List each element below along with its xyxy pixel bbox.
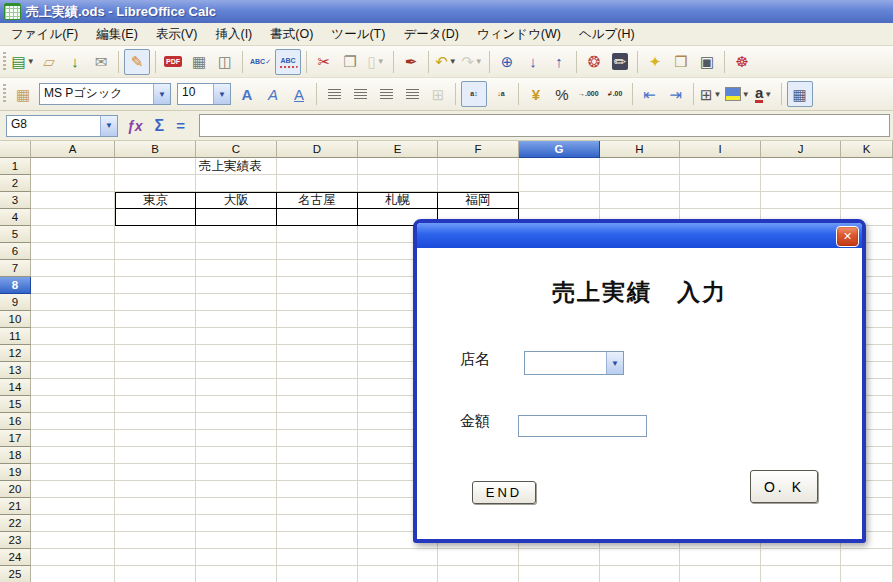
cell-G1[interactable]: [519, 158, 600, 175]
row-header-19[interactable]: 19: [0, 464, 31, 481]
cell-I1[interactable]: [680, 158, 761, 175]
cell-C23[interactable]: [196, 532, 277, 549]
cell-D18[interactable]: [277, 447, 358, 464]
cell-A9[interactable]: [31, 294, 115, 311]
cell-C18[interactable]: [196, 447, 277, 464]
dropdown-arrow-icon[interactable]: ▼: [713, 90, 721, 99]
row-header-9[interactable]: 9: [0, 294, 31, 311]
cell-H1[interactable]: [600, 158, 680, 175]
cell-C24[interactable]: [196, 549, 277, 566]
cell-C14[interactable]: [196, 379, 277, 396]
cell-A17[interactable]: [31, 430, 115, 447]
cell-A21[interactable]: [31, 498, 115, 515]
cell-D8[interactable]: [277, 277, 358, 294]
sort-descending-icon[interactable]: ↑: [547, 50, 571, 74]
column-header-B[interactable]: B: [115, 141, 196, 158]
cell-D6[interactable]: [277, 243, 358, 260]
font-color-icon[interactable]: a▼: [752, 82, 776, 106]
cell-G2[interactable]: [519, 175, 600, 192]
column-header-G[interactable]: G: [519, 141, 600, 158]
dropdown-arrow-icon[interactable]: ▼: [742, 90, 750, 99]
delete-decimal-icon[interactable]: ↲.00: [603, 82, 627, 106]
cell-A3[interactable]: [31, 192, 115, 209]
cell-A19[interactable]: [31, 464, 115, 481]
cell-D21[interactable]: [277, 498, 358, 515]
row-header-14[interactable]: 14: [0, 379, 31, 396]
print-icon[interactable]: ▦: [187, 50, 211, 74]
cell-B14[interactable]: [115, 379, 196, 396]
cell-B5[interactable]: [115, 226, 196, 243]
copy-icon[interactable]: ❐: [338, 50, 362, 74]
row-header-21[interactable]: 21: [0, 498, 31, 515]
menu-format[interactable]: 書式(O): [261, 23, 322, 46]
cell-B9[interactable]: [115, 294, 196, 311]
gallery-icon[interactable]: ❂: [582, 50, 606, 74]
function-equals-icon[interactable]: =: [176, 117, 185, 134]
sort-ascending-icon[interactable]: ↓: [521, 50, 545, 74]
cell-F2[interactable]: [438, 175, 519, 192]
cell-B12[interactable]: [115, 345, 196, 362]
cell-C7[interactable]: [196, 260, 277, 277]
cell-J25[interactable]: [761, 566, 841, 582]
cell-C13[interactable]: [196, 362, 277, 379]
italic-icon[interactable]: A: [261, 82, 285, 106]
cell-C11[interactable]: [196, 328, 277, 345]
hyperlink-icon[interactable]: ⊕: [495, 50, 519, 74]
formula-input-line[interactable]: [199, 114, 890, 137]
menu-view[interactable]: 表示(V): [147, 23, 207, 46]
cell-C3[interactable]: 大阪: [196, 192, 277, 209]
cell-D13[interactable]: [277, 362, 358, 379]
cell-A13[interactable]: [31, 362, 115, 379]
font-size-combo[interactable]: 10▼: [177, 83, 231, 105]
row-header-11[interactable]: 11: [0, 328, 31, 345]
dropdown-arrow-icon[interactable]: ▼: [377, 57, 385, 66]
cell-B25[interactable]: [115, 566, 196, 582]
cell-D15[interactable]: [277, 396, 358, 413]
column-header-K[interactable]: K: [841, 141, 893, 158]
cell-C20[interactable]: [196, 481, 277, 498]
draw-functions-icon[interactable]: ✏: [608, 50, 632, 74]
cell-E3[interactable]: 札幌: [358, 192, 438, 209]
cell-A1[interactable]: [31, 158, 115, 175]
end-button[interactable]: END: [472, 481, 536, 504]
cell-K24[interactable]: [841, 549, 893, 566]
row-header-12[interactable]: 12: [0, 345, 31, 362]
cell-B6[interactable]: [115, 243, 196, 260]
cell-F1[interactable]: [438, 158, 519, 175]
cell-A7[interactable]: [31, 260, 115, 277]
grid-lines-icon[interactable]: ▦: [787, 81, 813, 107]
cell-B23[interactable]: [115, 532, 196, 549]
cell-A11[interactable]: [31, 328, 115, 345]
row-header-20[interactable]: 20: [0, 481, 31, 498]
cell-I2[interactable]: [680, 175, 761, 192]
font-name-combo[interactable]: MS Pゴシック▼: [39, 83, 171, 105]
text-direction-ltr-icon[interactable]: a↕: [461, 81, 487, 107]
auto-spellcheck-icon[interactable]: ABC: [275, 49, 301, 75]
row-header-6[interactable]: 6: [0, 243, 31, 260]
cell-D11[interactable]: [277, 328, 358, 345]
cell-A25[interactable]: [31, 566, 115, 582]
decrease-indent-icon[interactable]: ⇤: [638, 82, 662, 106]
amount-field[interactable]: [518, 415, 647, 437]
dropdown-arrow-icon[interactable]: ▼: [764, 90, 772, 99]
column-header-H[interactable]: H: [600, 141, 680, 158]
text-direction-ttb-icon[interactable]: ↓a: [489, 82, 513, 106]
cell-G24[interactable]: [519, 549, 600, 566]
cell-B2[interactable]: [115, 175, 196, 192]
cell-D9[interactable]: [277, 294, 358, 311]
cell-G3[interactable]: [519, 192, 600, 209]
column-header-J[interactable]: J: [761, 141, 841, 158]
chevron-down-icon[interactable]: ▼: [213, 84, 230, 104]
cell-B16[interactable]: [115, 413, 196, 430]
row-header-13[interactable]: 13: [0, 362, 31, 379]
cell-K1[interactable]: [841, 158, 893, 175]
menu-edit[interactable]: 編集(E): [87, 23, 147, 46]
row-header-8[interactable]: 8: [0, 277, 31, 294]
add-decimal-icon[interactable]: →.000: [576, 82, 601, 106]
dropdown-arrow-icon[interactable]: ▼: [27, 57, 35, 66]
cell-J1[interactable]: [761, 158, 841, 175]
ok-button[interactable]: O. K: [750, 470, 818, 503]
export-pdf-icon[interactable]: PDF: [161, 50, 185, 74]
cell-H2[interactable]: [600, 175, 680, 192]
menu-file[interactable]: ファイル(F): [2, 23, 87, 46]
